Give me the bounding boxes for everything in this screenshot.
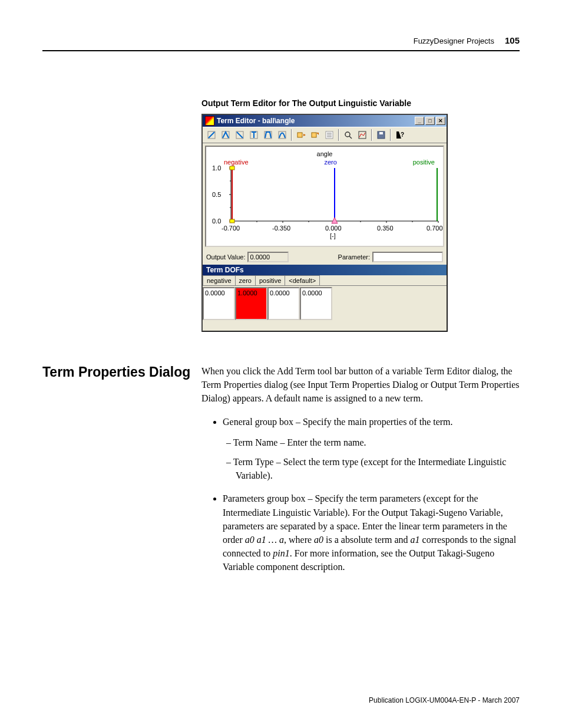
zoom-icon[interactable] [342, 129, 355, 141]
legend-positive: positive [413, 159, 435, 166]
shape5-icon[interactable] [262, 129, 275, 141]
intro-paragraph: When you click the Add Term tool bar but… [201, 364, 520, 406]
figure-caption: Output Term Editor for The Output Lingui… [201, 98, 520, 108]
bullet-general: General group box – Specify the main pro… [223, 415, 520, 483]
chart-icon[interactable] [356, 129, 369, 141]
dofs-footer [203, 322, 447, 331]
svg-rect-18 [379, 132, 383, 134]
output-value-label: Output Value: [206, 253, 245, 261]
output-value-field[interactable] [247, 252, 289, 262]
svg-text:0.350: 0.350 [377, 225, 394, 232]
titlebar: Term Editor - ball\angle _ □ ✕ [203, 115, 447, 127]
help-icon[interactable]: ? [394, 129, 406, 141]
output-row: Output Value: Parameter: [203, 249, 447, 265]
minimize-button[interactable]: _ [415, 117, 424, 125]
svg-text:-0.350: -0.350 [272, 225, 290, 232]
parameter-label: Parameter: [338, 253, 370, 261]
svg-point-14 [345, 132, 350, 137]
svg-text:0.700: 0.700 [427, 225, 443, 232]
dofs-tabs: negative zero positive <default> [203, 275, 447, 286]
close-button[interactable]: ✕ [436, 117, 445, 125]
shape4-icon[interactable] [247, 129, 260, 141]
separator [390, 129, 391, 141]
svg-text:0.5: 0.5 [212, 191, 221, 198]
window-title: Term Editor - ball\angle [217, 117, 415, 125]
add-term-icon[interactable] [295, 129, 308, 141]
svg-line-15 [349, 136, 352, 139]
list-icon[interactable] [323, 129, 336, 141]
plot-legend: negative zero positive [206, 159, 443, 166]
parameter-field[interactable] [372, 252, 443, 262]
separator [338, 129, 339, 141]
dofs-cell-zero[interactable]: 1.0000 [235, 287, 267, 320]
svg-marker-50 [332, 218, 338, 223]
shape3-icon[interactable] [233, 129, 246, 141]
svg-text:[-]: [-] [330, 232, 336, 239]
page-header: FuzzyDesigner Projects 105 [42, 35, 520, 51]
separator [371, 129, 372, 141]
shape2-icon[interactable] [219, 129, 232, 141]
page-footer: Publication LOGIX-UM004A-EN-P - March 20… [369, 696, 520, 704]
chapter-label: FuzzyDesigner Projects [414, 37, 494, 45]
dofs-tab-negative[interactable]: negative [203, 275, 236, 285]
svg-rect-48 [230, 166, 234, 170]
svg-text:1.0: 1.0 [212, 166, 221, 172]
dofs-cell-positive[interactable]: 0.0000 [267, 287, 300, 320]
edit-term-icon[interactable] [309, 129, 322, 141]
plot-axis-title: angle [206, 150, 443, 157]
legend-negative: negative [224, 159, 249, 166]
dofs-header: Term DOFs [203, 265, 447, 275]
svg-text:0.0: 0.0 [212, 218, 221, 225]
bullet-parameters: Parameters group box – Specify the term … [223, 492, 520, 574]
dofs-tab-zero[interactable]: zero [235, 275, 256, 285]
legend-zero: zero [324, 159, 336, 166]
svg-rect-8 [312, 133, 316, 137]
shape1-icon[interactable] [205, 129, 218, 141]
svg-text:-0.700: -0.700 [222, 225, 240, 232]
dofs-values: 0.0000 1.0000 0.0000 0.0000 [203, 286, 447, 322]
plot-area: angle negative zero positive 1.0 0.5 0.0… [205, 146, 444, 247]
shape6-icon[interactable] [276, 129, 289, 141]
section-body: When you click the Add Term tool bar but… [201, 364, 520, 584]
svg-text:?: ? [401, 131, 404, 138]
toolbar: ? [203, 127, 447, 143]
save-icon[interactable] [375, 129, 388, 141]
dofs-tab-default[interactable]: <default> [285, 275, 320, 285]
dash-term-type: Term Type – Select the term type (except… [236, 455, 520, 482]
dofs-cell-default[interactable]: 0.0000 [300, 287, 332, 320]
term-editor-window: Term Editor - ball\angle _ □ ✕ ? angle n… [201, 114, 448, 332]
dash-term-name: Term Name – Enter the term name. [236, 436, 520, 449]
svg-text:0.000: 0.000 [325, 225, 342, 232]
maximize-button[interactable]: □ [425, 117, 435, 125]
separator [291, 129, 292, 141]
app-icon [205, 116, 214, 126]
svg-marker-7 [303, 134, 306, 136]
dofs-cell-negative[interactable]: 0.0000 [203, 287, 235, 320]
section-title: Term Properties Dialog [42, 364, 196, 584]
svg-marker-9 [316, 133, 319, 135]
dofs-tab-positive[interactable]: positive [255, 275, 285, 285]
svg-rect-6 [297, 133, 302, 137]
plot-svg: 1.0 0.5 0.0 -0.700 -0.350 0.000 0.350 0.… [210, 166, 444, 241]
svg-rect-49 [230, 219, 234, 223]
page-number: 105 [505, 35, 520, 45]
